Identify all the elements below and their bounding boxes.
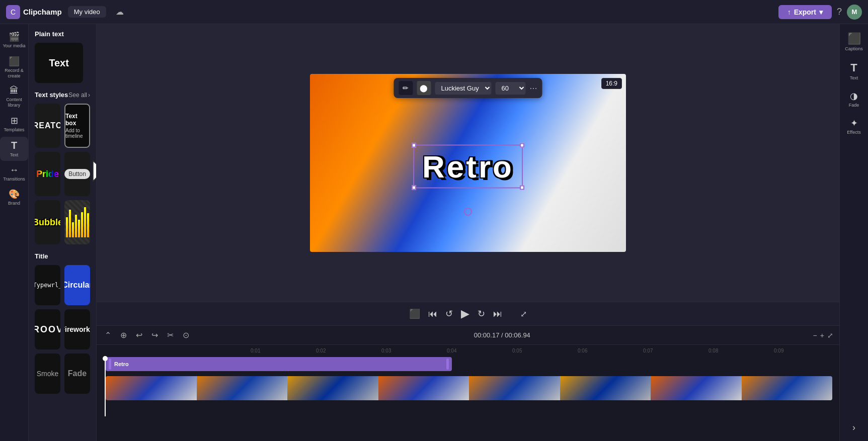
video-thumb-3 (287, 376, 378, 400)
text-track[interactable]: Retro (106, 357, 452, 371)
avatar[interactable]: M (847, 5, 862, 20)
sidebar-item-record[interactable]: ⬛ Record &create (0, 53, 28, 82)
svg-marker-0 (93, 161, 97, 186)
skip-start-button[interactable]: ⏮ (428, 309, 437, 319)
canvas-retro-text: Retro (422, 149, 514, 184)
text-styles-header: Text styles See all › (35, 91, 90, 99)
font-size-select[interactable]: 60 (495, 82, 525, 95)
sidebar-item-your-media[interactable]: 🎬 Your media (0, 28, 28, 52)
text-track-left-handle[interactable] (109, 359, 111, 370)
sidebar-item-label-record: Record &create (5, 68, 24, 79)
title-card-fade[interactable]: Fade (64, 354, 90, 394)
right-panel-label-captions: Captions (845, 46, 863, 51)
right-panel-text[interactable]: T Text (840, 57, 868, 84)
rotate-handle[interactable] (464, 208, 472, 216)
retro-bar-2 (69, 210, 71, 237)
magnet-btn[interactable]: ⊕ (118, 328, 129, 342)
plain-text-card[interactable]: Text (35, 43, 83, 83)
right-panel-effects[interactable]: ✦ Effects (840, 114, 868, 139)
aspect-ratio-badge: 16:9 (601, 78, 622, 89)
zoom-fit-btn[interactable]: ⤢ (827, 331, 833, 339)
style-card-pride[interactable]: Pride (35, 152, 60, 196)
text-track-right-handle[interactable] (446, 359, 449, 370)
cut-btn[interactable]: ✂ (165, 328, 176, 342)
sidebar-item-transitions[interactable]: ↔ Transitions (0, 162, 28, 185)
save-frame-btn[interactable]: ⊙ (181, 328, 191, 342)
skip-end-button[interactable]: ⏭ (493, 309, 502, 319)
circle-tool-btn[interactable]: ⬤ (417, 81, 431, 95)
timeline-playhead (105, 356, 106, 416)
retro-bar-6 (81, 212, 83, 237)
style-card-button[interactable]: Button (64, 152, 90, 196)
logo-text: Clipchamp (23, 8, 62, 16)
title-card-circular[interactable]: Circular (64, 265, 90, 305)
right-panel-fade[interactable]: ◑ Fade (840, 86, 868, 112)
title-grid: Typewrl_ Circular GROOVY Fireworks Smoke… (35, 265, 90, 394)
title-card-groovy[interactable]: GROOVY (35, 309, 60, 349)
timeline-content: 0:01 0:02 0:03 0:04 0:05 0:06 0:07 0:08 … (97, 345, 839, 441)
sidebar-item-brand[interactable]: 🎨 Brand (0, 186, 28, 209)
plain-text-title: Plain text (35, 30, 90, 38)
screenshot-button[interactable]: ⬛ (409, 308, 420, 319)
zoom-in-btn[interactable]: + (820, 331, 824, 339)
sidebar-item-label-your-media: Your media (3, 43, 25, 49)
style-card-bubble[interactable]: Bubble (35, 200, 60, 244)
video-thumb-4 (378, 376, 469, 400)
video-thumb-1 (106, 376, 197, 400)
timeline-ruler: 0:01 0:02 0:03 0:04 0:05 0:06 0:07 0:08 … (97, 345, 839, 356)
sidebar-item-label-transitions: Transitions (3, 177, 25, 182)
templates-icon: ⊞ (11, 115, 18, 126)
sidebar-item-content-library[interactable]: 🏛 Content library (0, 82, 28, 111)
ruler-tick-5: 0:06 (578, 348, 643, 354)
playhead-dot (103, 356, 108, 361)
zoom-out-btn[interactable]: − (813, 331, 817, 339)
title-card-fireworks[interactable]: Fireworks (64, 309, 90, 349)
textbox-hover-sub: Add to timeline (65, 128, 89, 139)
pencil-tool-btn[interactable]: ✏ (399, 81, 413, 95)
sidebar-item-text[interactable]: T Text (0, 137, 28, 161)
app-logo: C Clipchamp (6, 5, 62, 19)
record-icon: ⬛ (9, 56, 20, 67)
right-panel-captions[interactable]: ⬛ Captions (840, 28, 868, 55)
font-name-select[interactable]: Luckiest Guy (435, 82, 491, 95)
style-card-textbox[interactable]: Text box Add to timeline (64, 104, 90, 148)
topbar: C Clipchamp My video ☁ ↑ Export ▾ ? M (0, 0, 868, 24)
cloud-icon[interactable]: ☁ (112, 5, 127, 20)
pride-text: Pride (36, 169, 59, 180)
rewind-button[interactable]: ↺ (445, 308, 453, 319)
help-icon[interactable]: ? (837, 7, 842, 17)
see-all-button[interactable]: See all › (68, 92, 90, 99)
right-panel-label-text: Text (850, 75, 858, 80)
collapse-timeline-btn[interactable]: ⌃ (103, 328, 113, 342)
video-thumb-6 (560, 376, 651, 400)
collapse-right-panel-btn[interactable]: › (840, 418, 868, 437)
video-title[interactable]: My video (68, 6, 106, 18)
retro-bars (66, 207, 89, 237)
right-panel-label-effects: Effects (847, 130, 860, 135)
title-card-typewrite[interactable]: Typewrl_ (35, 265, 60, 305)
redo-btn[interactable]: ↪ (149, 328, 160, 342)
video-controls: ⬛ ⏮ ↺ ▶ ↻ ⏭ ⤢ (97, 302, 839, 325)
text-selection-box[interactable]: Retro (413, 145, 523, 189)
title-card-smoke[interactable]: Smoke (35, 354, 60, 394)
zoom-controls: − + ⤢ (813, 331, 833, 339)
text-track-label: Retro (114, 361, 446, 367)
style-card-retro-bars[interactable] (64, 200, 90, 244)
fullscreen-button[interactable]: ⤢ (520, 309, 527, 319)
forward-button[interactable]: ↻ (478, 308, 485, 319)
chevron-right-icon: › (88, 92, 90, 99)
more-options-btn[interactable]: ··· (529, 83, 537, 94)
video-track[interactable] (106, 376, 832, 400)
style-card-creator[interactable]: CREATOR (35, 104, 60, 148)
sidebar-item-templates[interactable]: ⊞ Templates (0, 112, 28, 136)
sidebar-item-label-text: Text (10, 152, 19, 158)
effects-panel-icon: ✦ (850, 118, 858, 129)
left-panel: Plain text Text Text styles See all › CR… (29, 24, 97, 441)
video-preview: ✏ ⬤ Luckiest Guy 60 ··· (97, 24, 839, 302)
textbox-hover-overlay: Text box Add to timeline (65, 105, 89, 147)
cursor-arrow (89, 160, 97, 192)
export-button[interactable]: ↑ Export ▾ (778, 5, 832, 19)
play-button[interactable]: ▶ (461, 307, 469, 320)
text-icon: T (11, 140, 17, 151)
undo-btn[interactable]: ↩ (134, 328, 144, 342)
